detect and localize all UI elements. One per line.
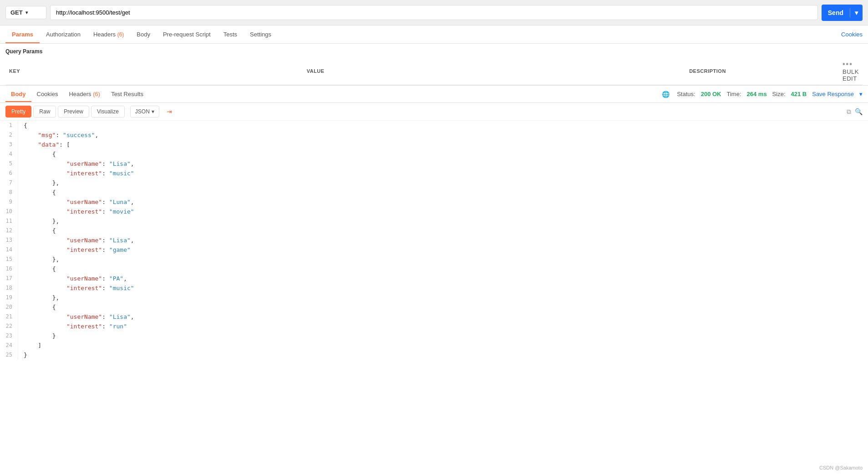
copy-icon[interactable]: ⧉	[847, 108, 851, 116]
body-toolbar-right: ⧉ 🔍	[847, 108, 863, 116]
json-line: 19 },	[0, 293, 868, 302]
time-value: 264 ms	[747, 91, 767, 97]
tab-tests[interactable]: Tests	[217, 26, 244, 43]
format-label: JSON	[135, 108, 150, 115]
wrap-button[interactable]: ⇥	[163, 106, 176, 117]
status-code: 200 OK	[701, 91, 721, 97]
bulk-edit-button[interactable]: Bulk Edit	[843, 68, 859, 82]
col-actions: ••• Bulk Edit	[839, 57, 863, 85]
json-line: 14 "interest": "game"	[0, 245, 868, 255]
params-table: KEY VALUE DESCRIPTION ••• Bulk Edit	[5, 57, 863, 85]
pretty-btn[interactable]: Pretty	[5, 106, 31, 117]
save-response-chevron-icon[interactable]: ▾	[859, 91, 863, 97]
json-line: 17 "userName": "PA",	[0, 274, 868, 283]
tab-authorization[interactable]: Authorization	[40, 26, 87, 43]
query-params-section: Query Params KEY VALUE DESCRIPTION ••• B…	[0, 44, 868, 85]
body-toolbar: Pretty Raw Preview Visualize JSON ▾ ⇥ ⧉ …	[0, 103, 868, 121]
json-line: 22 "interest": "run"	[0, 322, 868, 331]
cookies-link[interactable]: Cookies	[841, 31, 863, 38]
json-line: 6 "interest": "music"	[0, 169, 868, 178]
json-line: 9 "userName": "Luna",	[0, 197, 868, 207]
tab-headers[interactable]: Headers (6)	[87, 26, 130, 43]
json-line: 12 {	[0, 226, 868, 235]
tab-settings[interactable]: Settings	[244, 26, 278, 43]
json-line: 18 "interest": "music"	[0, 283, 868, 293]
more-options-icon[interactable]: •••	[843, 60, 853, 68]
json-line: 16 {	[0, 264, 868, 274]
send-button[interactable]: Send ▾	[822, 5, 863, 21]
resp-tab-cookies[interactable]: Cookies	[31, 87, 64, 102]
wrap-icon: ⇥	[167, 108, 172, 115]
size-label: Size:	[772, 91, 786, 97]
json-line: 10 "interest": "movie"	[0, 207, 868, 216]
json-line: 7 },	[0, 178, 868, 188]
tab-params[interactable]: Params	[5, 26, 40, 43]
url-input[interactable]	[50, 5, 818, 20]
top-bar: GET ▾ Send ▾	[0, 0, 868, 26]
json-line: 2 "msg": "success",	[0, 130, 868, 140]
visualize-btn[interactable]: Visualize	[91, 106, 125, 117]
raw-btn[interactable]: Raw	[33, 106, 56, 117]
method-chevron-icon: ▾	[25, 10, 28, 15]
send-label: Send	[822, 9, 850, 16]
col-description: DESCRIPTION	[685, 57, 839, 85]
search-icon[interactable]: 🔍	[855, 108, 863, 115]
tab-body[interactable]: Body	[130, 26, 157, 43]
send-arrow-icon[interactable]: ▾	[850, 9, 863, 16]
method-label: GET	[10, 9, 23, 16]
json-line: 13 "userName": "Lisa",	[0, 235, 868, 245]
preview-btn[interactable]: Preview	[58, 106, 89, 117]
status-bar: 🌐 Status: 200 OK Time: 264 ms Size: 421 …	[662, 91, 863, 98]
json-line: 3 "data": [	[0, 140, 868, 149]
request-tabs: Params Authorization Headers (6) Body Pr…	[0, 26, 868, 44]
json-line: 20 {	[0, 302, 868, 312]
json-line: 23 }	[0, 331, 868, 341]
globe-icon: 🌐	[662, 91, 670, 98]
method-select[interactable]: GET ▾	[5, 6, 46, 19]
save-response-button[interactable]: Save Response	[812, 91, 854, 97]
tab-prerequest[interactable]: Pre-request Script	[157, 26, 217, 43]
json-line: 11 },	[0, 216, 868, 226]
json-line: 5 "userName": "Lisa",	[0, 159, 868, 169]
json-line: 21 "userName": "Lisa",	[0, 312, 868, 322]
watermark: CSDN @Sakamoto	[819, 465, 863, 470]
query-params-label: Query Params	[5, 48, 863, 55]
resp-tab-body[interactable]: Body	[5, 87, 31, 102]
status-label: Status:	[677, 91, 695, 97]
json-line: 15 },	[0, 255, 868, 264]
json-editor: 1 { 2 "msg": "success", 3 "data": [ 4 { …	[0, 121, 868, 472]
json-line: 1 {	[0, 121, 868, 130]
format-chevron-icon: ▾	[152, 108, 154, 115]
size-value: 421 B	[791, 91, 807, 97]
json-line: 24 ]	[0, 341, 868, 350]
time-label: Time:	[726, 91, 741, 97]
json-line: 8 {	[0, 188, 868, 197]
resp-tab-test-results[interactable]: Test Results	[106, 87, 149, 102]
format-select[interactable]: JSON ▾	[130, 106, 159, 117]
json-line: 4 {	[0, 149, 868, 159]
col-key: KEY	[5, 57, 303, 85]
response-tabs-bar: Body Cookies Headers (6) Test Results 🌐 …	[0, 86, 868, 103]
col-value: VALUE	[303, 57, 685, 85]
json-line: 25 }	[0, 350, 868, 360]
resp-tab-headers[interactable]: Headers (6)	[63, 87, 106, 102]
